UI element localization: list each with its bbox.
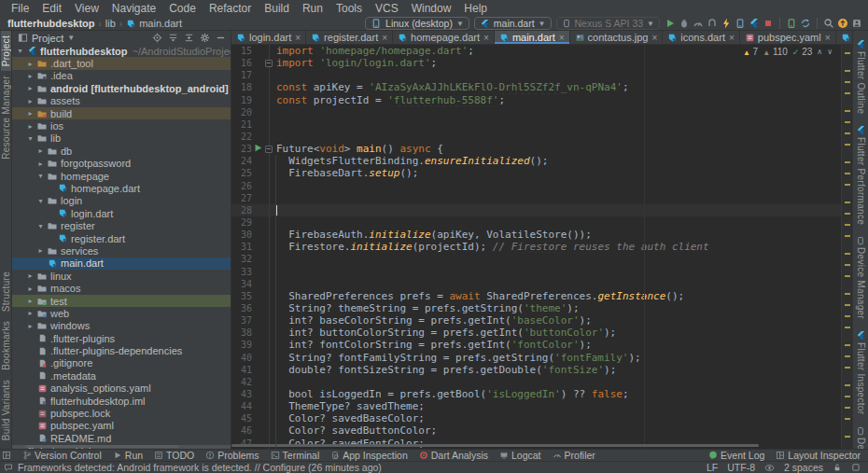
menu-window[interactable]: Window (405, 1, 458, 16)
toolwindow-profiler[interactable]: Profiler (553, 450, 595, 461)
profile-button[interactable] (693, 18, 704, 29)
open-devtools-button[interactable] (735, 18, 746, 29)
error-stripe-mark[interactable] (845, 132, 850, 134)
locate-icon[interactable] (152, 33, 162, 43)
tree-item-assets[interactable]: ▸assets (12, 95, 231, 107)
tree-item-pubspec-lock[interactable]: pubspec.lock (12, 407, 231, 419)
menu-code[interactable]: Code (162, 1, 203, 16)
sync-project-button[interactable] (800, 18, 811, 29)
code-line-29[interactable]: 29 (231, 216, 841, 229)
error-stripe-mark[interactable] (845, 436, 850, 438)
tree-expand-icon[interactable]: ▸ (35, 160, 46, 168)
tree-expand-icon[interactable]: ▸ (25, 84, 35, 92)
tree-item-build[interactable]: ▸build (12, 107, 231, 119)
tree-item-analysis-options-yaml[interactable]: analysis_options.yaml (12, 383, 231, 395)
tree-expand-icon[interactable]: ▸ (25, 72, 35, 80)
toolwindow-dart-analysis[interactable]: Dart Analysis (419, 450, 488, 461)
error-stripe-mark[interactable] (845, 304, 850, 306)
error-stripe-mark[interactable] (845, 184, 850, 186)
code-line-16[interactable]: 16−import 'login/login.dart'; (231, 57, 841, 69)
toolwindow-terminal[interactable]: Terminal (271, 450, 320, 461)
tree-item-pubspec-yaml[interactable]: pubspec.yaml (12, 420, 231, 432)
toolwindow-app-inspection[interactable]: App Inspection (330, 450, 407, 461)
error-stripe-mark[interactable] (845, 253, 850, 255)
tree-collapse-icon[interactable]: ▾ (25, 134, 35, 143)
close-tab-icon[interactable]: × (558, 33, 565, 43)
tree-expand-icon[interactable]: ▸ (25, 97, 35, 105)
toolwindow-run[interactable]: Run (113, 450, 143, 461)
error-stripe-mark[interactable] (845, 384, 850, 386)
tab-contactus-jpg[interactable]: contactus.jpg× (570, 31, 664, 44)
tree-collapse-icon[interactable]: ▾ (35, 172, 46, 180)
device-profile-combo[interactable]: Nexus S API 33 ▼ (556, 17, 660, 30)
tree-item-ios[interactable]: ▸ios (12, 119, 231, 132)
close-tab-icon[interactable]: × (651, 33, 657, 43)
toolwindow-problems[interactable]: Problems (205, 450, 259, 461)
code-line-42[interactable]: 42 (231, 376, 841, 388)
tree-item-homepage[interactable]: ▾homepage (12, 170, 231, 182)
chevron-down-icon[interactable]: ▼ (67, 34, 75, 42)
fold-icon[interactable]: − (263, 143, 274, 155)
tree-expand-icon[interactable]: ▸ (25, 297, 35, 305)
tree-item-windows[interactable]: ▸windows (12, 320, 231, 332)
editor-hscrollbar[interactable] (231, 444, 759, 447)
tool-strip-flutter-performance[interactable]: Flutter Performance (856, 118, 866, 230)
tab-main-dart[interactable]: main.dart× (495, 31, 570, 44)
error-stripe-mark[interactable] (845, 144, 850, 146)
tree-item-flutterhubdesktop-iml[interactable]: flutterhubdesktop.iml (12, 395, 231, 407)
tool-strip-build-variants[interactable]: Build Variants (1, 375, 11, 445)
tool-strip-structure[interactable]: Structure (1, 267, 11, 316)
project-panel-title[interactable]: Project (32, 33, 63, 44)
tree-item-android-flutterhubdesktop-android[interactable]: ▸android [flutterhubdesktop_android] (12, 82, 231, 94)
tree-item-flutterhubdesktop[interactable]: ▾flutterhubdesktop~/AndroidStudioProject… (12, 45, 231, 57)
highlighting-level-icon[interactable] (764, 463, 775, 473)
menu-run[interactable]: Run (296, 1, 329, 16)
menu-edit[interactable]: Edit (35, 1, 68, 16)
close-tab-icon[interactable]: × (294, 33, 301, 43)
menu-tools[interactable]: Tools (329, 1, 369, 16)
code-line-17[interactable]: 17 (231, 69, 841, 81)
fold-collapse-icon[interactable]: − (265, 146, 273, 153)
tree-expand-icon[interactable]: ▸ (25, 109, 35, 118)
menu-file[interactable]: File (5, 1, 35, 16)
tree-item-services[interactable]: ▸services (12, 244, 231, 257)
debug-button[interactable] (679, 18, 690, 29)
code-line-31[interactable]: 31 Firestore.initialize(projectId); // F… (231, 241, 841, 253)
device-manager-button[interactable] (786, 18, 797, 29)
tree-item-login[interactable]: ▾login (12, 195, 231, 207)
code-line-46[interactable]: 46 Color? savedButtonColor; (231, 424, 841, 437)
tool-strip-flutter-inspector[interactable]: Flutter Inspector (856, 324, 866, 419)
error-stripe-mark[interactable] (845, 315, 850, 317)
fold-icon[interactable]: − (263, 57, 274, 69)
tree-item-linux[interactable]: ▸linux (12, 270, 231, 282)
tree-expand-icon[interactable]: ▸ (25, 60, 35, 68)
code-line-27[interactable]: 27 (231, 192, 841, 204)
inspection-widget[interactable]: ▲ 7 ▲ 110 ✓ 23 ∧ ∨ (740, 47, 835, 57)
toolwindow-layout-inspector[interactable]: Layout Inspector (776, 450, 861, 461)
tree-expand-icon[interactable]: ▸ (25, 309, 35, 317)
code-line-45[interactable]: 45 Color? savedBaseColor; (231, 412, 841, 424)
tool-strip-bookmarks[interactable]: Bookmarks (1, 316, 11, 375)
tree-item-register[interactable]: ▾register (12, 219, 231, 231)
error-stripe-mark[interactable] (845, 396, 850, 397)
tab-register-dart[interactable]: register.dart× (306, 31, 393, 44)
tab-pubspec-yaml[interactable]: pubspec.yaml× (740, 31, 836, 44)
error-stripe-mark[interactable] (845, 173, 850, 174)
tree-item-forgotpassword[interactable]: ▸forgotpassword (12, 158, 231, 170)
error-stripe-mark[interactable] (845, 224, 850, 226)
tree-collapse-icon[interactable]: ▾ (35, 197, 46, 205)
tree-item-flutter-plugins[interactable]: .flutter-plugins (12, 332, 231, 344)
hot-reload-button[interactable] (721, 18, 732, 29)
code-line-33[interactable]: 33 (231, 266, 841, 278)
code-line-21[interactable]: 21 (231, 118, 841, 131)
tree-item-metadata[interactable]: .metadata (12, 369, 231, 382)
error-stripe-mark[interactable] (845, 52, 850, 54)
error-stripe-mark[interactable] (845, 275, 850, 277)
code-line-18[interactable]: 18const apiKey = 'AIzaSyAxAJJhLKEkFlO-Dr… (231, 81, 841, 93)
error-stripe-mark[interactable] (845, 327, 850, 328)
profile-avatar-button[interactable] (851, 18, 862, 29)
background-tasks-icon[interactable] (851, 463, 861, 472)
tree-item-register-dart[interactable]: register.dart (12, 232, 231, 244)
toolwindow-event-log[interactable]: Event Log (708, 450, 764, 461)
status-message[interactable]: Frameworks detected: Android framework i… (18, 462, 382, 473)
